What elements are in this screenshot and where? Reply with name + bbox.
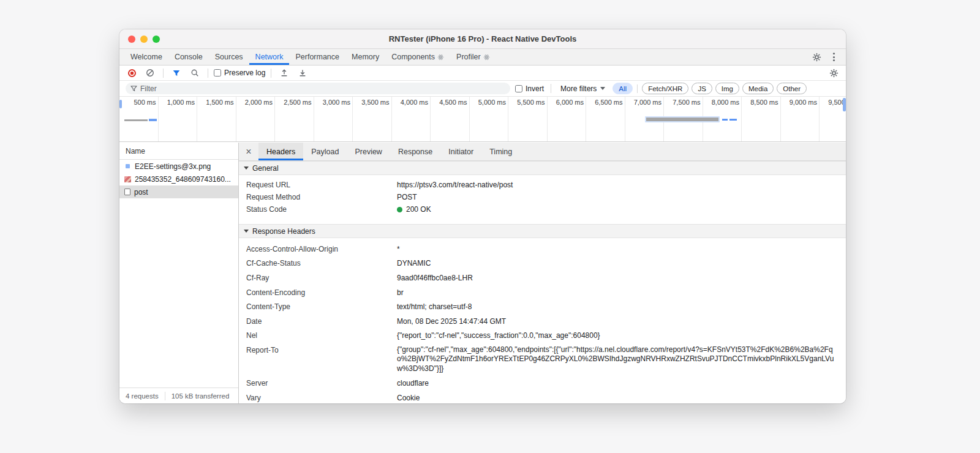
more-options-kebab-icon[interactable] — [826, 50, 841, 64]
header-row: Status Code 200 OK — [239, 203, 846, 215]
filter-type-fetch-xhr[interactable]: Fetch/XHR — [642, 83, 688, 94]
timeline-tick: 4,000 ms — [392, 97, 431, 141]
section-title: Response Headers — [252, 227, 315, 236]
import-har-icon[interactable] — [277, 66, 292, 80]
detail-tab-payload[interactable]: Payload — [303, 143, 347, 160]
invert-checkbox[interactable] — [515, 85, 522, 92]
tab-bar-actions — [809, 49, 846, 65]
filter-type-other[interactable]: Other — [777, 83, 807, 94]
image-thumbnail-icon — [124, 176, 131, 182]
title-bar: RNTester (iPhone 16 Pro) - React Native … — [119, 29, 846, 49]
filter-row: Invert More filters All Fetch/XHR JS Img… — [119, 81, 846, 97]
minimize-window-button[interactable] — [140, 36, 148, 43]
tab-sources[interactable]: Sources — [209, 49, 249, 65]
detail-tab-initiator[interactable]: Initiator — [440, 143, 481, 160]
overview-range-handle-right[interactable] — [843, 98, 846, 111]
tab-console[interactable]: Console — [168, 49, 209, 65]
header-value: Cookie — [397, 393, 420, 403]
response-headers-section-header[interactable]: Response Headers — [239, 224, 846, 238]
network-overview-timeline: 500 ms 1,000 ms 1,500 ms 2,000 ms 2,500 … — [119, 97, 846, 142]
settings-gear-icon[interactable] — [809, 50, 824, 64]
header-value: cloudflare — [397, 378, 429, 388]
tab-memory[interactable]: Memory — [345, 49, 385, 65]
header-key: Date — [246, 316, 397, 326]
close-detail-icon[interactable]: × — [239, 143, 258, 160]
filter-type-media[interactable]: Media — [742, 83, 774, 94]
request-detail-pane: × Headers Payload Preview Response Initi… — [239, 143, 846, 403]
header-key: Cf-Ray — [246, 273, 397, 283]
request-row[interactable]: 258435352_648609743160... — [119, 173, 238, 185]
filter-type-all[interactable]: All — [612, 83, 633, 94]
tab-label: Profiler — [456, 53, 481, 61]
header-key: Nel — [246, 331, 397, 340]
detail-tab-timing[interactable]: Timing — [481, 143, 520, 160]
zoom-window-button[interactable] — [153, 36, 160, 43]
timeline-tick: 3,000 ms — [314, 97, 353, 141]
tab-performance[interactable]: Performance — [289, 49, 345, 65]
more-filters-dropdown[interactable]: More filters — [558, 84, 608, 93]
header-row: Cf-Ray 9aad0f46ffbc0ae8-LHR — [239, 271, 846, 285]
name-column-header[interactable]: Name — [119, 143, 238, 160]
waterfall-bar-selected-request — [645, 116, 720, 122]
filter-input[interactable] — [140, 84, 505, 93]
waterfall-bar-early-gray — [124, 119, 148, 121]
header-row: Content-Type text/html; charset=utf-8 — [239, 299, 846, 314]
network-toolbar: Preserve log — [119, 66, 846, 81]
tab-label: Components — [391, 53, 435, 61]
clear-network-log-icon[interactable] — [143, 66, 157, 80]
request-name: E2EE-settings@3x.png — [135, 162, 211, 171]
detail-tab-preview[interactable]: Preview — [347, 143, 390, 160]
header-row: Access-Control-Allow-Origin * — [239, 242, 846, 256]
request-row[interactable]: E2EE-settings@3x.png — [119, 160, 238, 173]
detail-tab-bar: × Headers Payload Preview Response Initi… — [239, 143, 846, 161]
disclosure-triangle-icon — [244, 230, 249, 233]
filter-type-img[interactable]: Img — [715, 83, 739, 94]
header-key: Report-To — [246, 345, 397, 355]
preserve-log-toggle[interactable]: Preserve log — [214, 69, 265, 77]
divider — [163, 69, 164, 78]
header-value: 9aad0f46ffbc0ae8-LHR — [397, 273, 473, 283]
overview-range-handle-left[interactable] — [119, 100, 122, 108]
filter-type-js[interactable]: JS — [692, 83, 712, 94]
traffic-lights — [128, 36, 160, 43]
header-value: Mon, 08 Dec 2025 14:47:44 GMT — [397, 316, 506, 326]
section-title: General — [252, 164, 279, 173]
tab-label: Welcome — [130, 53, 162, 61]
close-window-button[interactable] — [128, 36, 135, 43]
network-settings-gear-icon[interactable] — [826, 66, 841, 80]
header-key: Access-Control-Allow-Origin — [246, 244, 397, 254]
header-value: POST — [397, 192, 417, 202]
header-value: {"report_to":"cf-nel","success_fraction"… — [397, 331, 600, 340]
response-headers-section-body: Access-Control-Allow-Origin * Cf-Cache-S… — [239, 238, 846, 403]
timeline-tick: 8,500 ms — [742, 97, 781, 141]
divider — [271, 69, 271, 78]
request-row-selected[interactable]: post — [119, 185, 238, 198]
tab-profiler[interactable]: Profiler — [450, 49, 496, 65]
image-file-icon — [126, 164, 130, 168]
header-value: DYNAMIC — [397, 258, 431, 268]
tab-components[interactable]: Components — [385, 49, 450, 65]
detail-tab-response[interactable]: Response — [390, 143, 440, 160]
record-network-log-button[interactable] — [124, 66, 139, 80]
invert-toggle[interactable]: Invert — [515, 84, 544, 93]
tab-welcome[interactable]: Welcome — [124, 49, 168, 65]
timeline-tick: 9,500 ms — [820, 97, 846, 141]
header-value: text/html; charset=utf-8 — [397, 302, 472, 312]
tab-network[interactable]: Network — [249, 49, 290, 65]
export-har-icon[interactable] — [295, 66, 310, 80]
header-key: Content-Encoding — [246, 288, 397, 298]
header-key: Request Method — [246, 192, 397, 202]
header-value: br — [397, 288, 404, 298]
filter-input-wrapper[interactable] — [126, 83, 510, 94]
preserve-log-checkbox[interactable] — [214, 69, 221, 77]
filter-funnel-icon[interactable] — [169, 66, 184, 80]
react-atom-icon — [483, 54, 490, 61]
request-name: 258435352_648609743160... — [135, 175, 231, 184]
header-value: https://ptsv3.com/t/react-native/post — [397, 180, 513, 190]
timeline-tick: 1,500 ms — [197, 97, 236, 141]
header-row: Request Method POST — [239, 191, 846, 203]
general-section-header[interactable]: General — [239, 161, 846, 175]
detail-tab-headers[interactable]: Headers — [258, 143, 303, 160]
search-icon[interactable] — [187, 66, 202, 80]
waterfall-bar-blue-dash — [729, 119, 737, 121]
